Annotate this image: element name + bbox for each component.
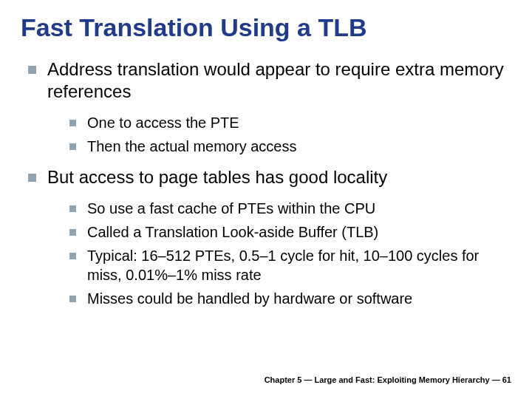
sub-bullet-item: So use a fast cache of PTEs within the C… [68,199,511,218]
sub-bullet-text: Typical: 16–512 PTEs, 0.5–1 cycle for hi… [87,248,479,283]
sub-bullet-item: Then the actual memory access [68,137,511,156]
sub-bullet-text: One to access the PTE [87,115,239,131]
bullet-list: Address translation would appear to requ… [25,58,511,308]
bullet-item: But access to page tables has good local… [25,166,511,308]
sub-bullet-text: So use a fast cache of PTEs within the C… [87,200,375,216]
slide-title: Fast Translation Using a TLB [21,13,511,42]
bullet-text: Address translation would appear to requ… [47,59,504,101]
bullet-text: But access to page tables has good local… [47,167,387,187]
sub-bullet-item: Called a Translation Look-aside Buffer (… [68,222,511,242]
sub-bullet-text: Misses could be handled by hardware or s… [87,290,412,307]
sub-bullet-item: Misses could be handled by hardware or s… [68,289,511,308]
sub-bullet-item: One to access the PTE [68,113,511,132]
sub-bullet-list: One to access the PTE Then the actual me… [68,113,511,156]
sub-bullet-list: So use a fast cache of PTEs within the C… [68,199,511,308]
sub-bullet-item: Typical: 16–512 PTEs, 0.5–1 cycle for hi… [68,246,511,284]
sub-bullet-text: Then the actual memory access [87,138,296,154]
sub-bullet-text: Called a Translation Look-aside Buffer (… [87,224,378,240]
slide-footer: Chapter 5 — Large and Fast: Exploiting M… [265,375,511,384]
slide: Fast Translation Using a TLB Address tra… [0,0,532,308]
bullet-item: Address translation would appear to requ… [25,58,511,156]
